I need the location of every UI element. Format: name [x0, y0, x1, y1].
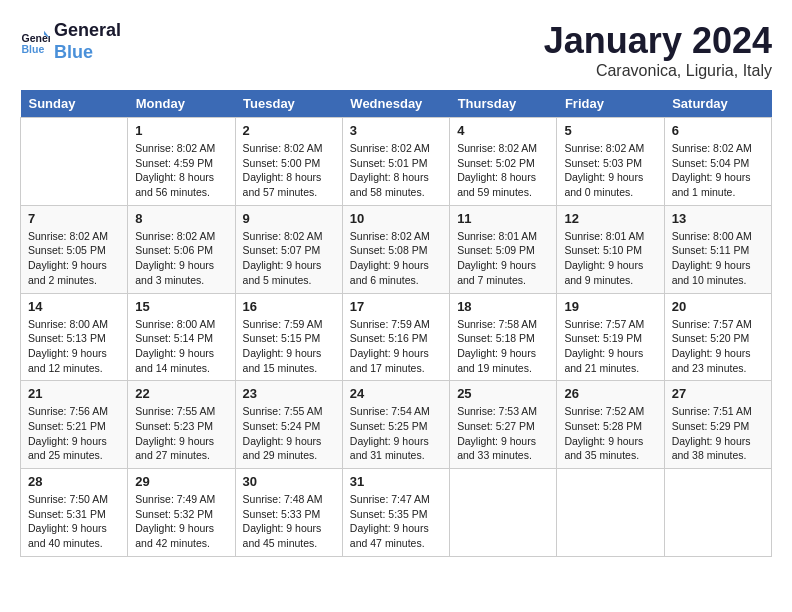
calendar-day-cell: 27Sunrise: 7:51 AM Sunset: 5:29 PM Dayli… [664, 381, 771, 469]
day-number: 20 [672, 299, 764, 314]
day-number: 12 [564, 211, 656, 226]
calendar-day-cell: 5Sunrise: 8:02 AM Sunset: 5:03 PM Daylig… [557, 118, 664, 206]
day-number: 30 [243, 474, 335, 489]
day-number: 10 [350, 211, 442, 226]
day-number: 9 [243, 211, 335, 226]
calendar-day-cell: 22Sunrise: 7:55 AM Sunset: 5:23 PM Dayli… [128, 381, 235, 469]
day-info: Sunrise: 7:48 AM Sunset: 5:33 PM Dayligh… [243, 492, 335, 551]
day-info: Sunrise: 8:02 AM Sunset: 5:06 PM Dayligh… [135, 229, 227, 288]
calendar-day-cell [21, 118, 128, 206]
day-info: Sunrise: 8:02 AM Sunset: 5:00 PM Dayligh… [243, 141, 335, 200]
logo: General Blue General Blue [20, 20, 121, 63]
day-info: Sunrise: 7:58 AM Sunset: 5:18 PM Dayligh… [457, 317, 549, 376]
calendar-day-cell: 26Sunrise: 7:52 AM Sunset: 5:28 PM Dayli… [557, 381, 664, 469]
day-number: 6 [672, 123, 764, 138]
day-number: 18 [457, 299, 549, 314]
calendar-day-cell: 28Sunrise: 7:50 AM Sunset: 5:31 PM Dayli… [21, 469, 128, 557]
calendar-day-cell: 24Sunrise: 7:54 AM Sunset: 5:25 PM Dayli… [342, 381, 449, 469]
day-number: 7 [28, 211, 120, 226]
day-number: 4 [457, 123, 549, 138]
day-info: Sunrise: 8:02 AM Sunset: 5:02 PM Dayligh… [457, 141, 549, 200]
day-number: 8 [135, 211, 227, 226]
calendar-day-cell: 4Sunrise: 8:02 AM Sunset: 5:02 PM Daylig… [450, 118, 557, 206]
calendar-day-cell [450, 469, 557, 557]
month-title: January 2024 [544, 20, 772, 62]
day-number: 21 [28, 386, 120, 401]
calendar-table: SundayMondayTuesdayWednesdayThursdayFrid… [20, 90, 772, 557]
weekday-header-cell: Friday [557, 90, 664, 118]
calendar-day-cell: 1Sunrise: 8:02 AM Sunset: 4:59 PM Daylig… [128, 118, 235, 206]
calendar-week-row: 28Sunrise: 7:50 AM Sunset: 5:31 PM Dayli… [21, 469, 772, 557]
day-number: 5 [564, 123, 656, 138]
calendar-day-cell: 21Sunrise: 7:56 AM Sunset: 5:21 PM Dayli… [21, 381, 128, 469]
calendar-day-cell: 15Sunrise: 8:00 AM Sunset: 5:14 PM Dayli… [128, 293, 235, 381]
day-info: Sunrise: 8:00 AM Sunset: 5:14 PM Dayligh… [135, 317, 227, 376]
day-info: Sunrise: 8:02 AM Sunset: 5:03 PM Dayligh… [564, 141, 656, 200]
logo-icon: General Blue [20, 27, 50, 57]
calendar-day-cell [664, 469, 771, 557]
calendar-day-cell: 23Sunrise: 7:55 AM Sunset: 5:24 PM Dayli… [235, 381, 342, 469]
logo-line1: General [54, 20, 121, 42]
calendar-day-cell: 25Sunrise: 7:53 AM Sunset: 5:27 PM Dayli… [450, 381, 557, 469]
calendar-day-cell: 30Sunrise: 7:48 AM Sunset: 5:33 PM Dayli… [235, 469, 342, 557]
day-number: 2 [243, 123, 335, 138]
weekday-header-cell: Thursday [450, 90, 557, 118]
calendar-day-cell: 11Sunrise: 8:01 AM Sunset: 5:09 PM Dayli… [450, 205, 557, 293]
day-info: Sunrise: 8:02 AM Sunset: 5:01 PM Dayligh… [350, 141, 442, 200]
day-info: Sunrise: 8:01 AM Sunset: 5:09 PM Dayligh… [457, 229, 549, 288]
calendar-day-cell: 17Sunrise: 7:59 AM Sunset: 5:16 PM Dayli… [342, 293, 449, 381]
day-number: 22 [135, 386, 227, 401]
day-number: 16 [243, 299, 335, 314]
day-info: Sunrise: 7:54 AM Sunset: 5:25 PM Dayligh… [350, 404, 442, 463]
day-number: 3 [350, 123, 442, 138]
weekday-header-cell: Wednesday [342, 90, 449, 118]
day-info: Sunrise: 8:02 AM Sunset: 5:05 PM Dayligh… [28, 229, 120, 288]
calendar-day-cell: 2Sunrise: 8:02 AM Sunset: 5:00 PM Daylig… [235, 118, 342, 206]
day-number: 11 [457, 211, 549, 226]
day-number: 24 [350, 386, 442, 401]
location-title: Caravonica, Liguria, Italy [544, 62, 772, 80]
day-info: Sunrise: 7:53 AM Sunset: 5:27 PM Dayligh… [457, 404, 549, 463]
calendar-week-row: 14Sunrise: 8:00 AM Sunset: 5:13 PM Dayli… [21, 293, 772, 381]
weekday-header-cell: Sunday [21, 90, 128, 118]
day-info: Sunrise: 7:47 AM Sunset: 5:35 PM Dayligh… [350, 492, 442, 551]
day-info: Sunrise: 7:57 AM Sunset: 5:19 PM Dayligh… [564, 317, 656, 376]
calendar-week-row: 1Sunrise: 8:02 AM Sunset: 4:59 PM Daylig… [21, 118, 772, 206]
day-info: Sunrise: 7:49 AM Sunset: 5:32 PM Dayligh… [135, 492, 227, 551]
day-info: Sunrise: 7:50 AM Sunset: 5:31 PM Dayligh… [28, 492, 120, 551]
day-info: Sunrise: 7:55 AM Sunset: 5:23 PM Dayligh… [135, 404, 227, 463]
calendar-day-cell: 13Sunrise: 8:00 AM Sunset: 5:11 PM Dayli… [664, 205, 771, 293]
calendar-day-cell: 7Sunrise: 8:02 AM Sunset: 5:05 PM Daylig… [21, 205, 128, 293]
weekday-header: SundayMondayTuesdayWednesdayThursdayFrid… [21, 90, 772, 118]
calendar-day-cell: 31Sunrise: 7:47 AM Sunset: 5:35 PM Dayli… [342, 469, 449, 557]
calendar-day-cell: 20Sunrise: 7:57 AM Sunset: 5:20 PM Dayli… [664, 293, 771, 381]
day-info: Sunrise: 8:01 AM Sunset: 5:10 PM Dayligh… [564, 229, 656, 288]
day-number: 29 [135, 474, 227, 489]
day-info: Sunrise: 7:59 AM Sunset: 5:15 PM Dayligh… [243, 317, 335, 376]
page-header: General Blue General Blue January 2024 C… [20, 20, 772, 80]
day-number: 1 [135, 123, 227, 138]
calendar-week-row: 21Sunrise: 7:56 AM Sunset: 5:21 PM Dayli… [21, 381, 772, 469]
day-number: 19 [564, 299, 656, 314]
calendar-day-cell: 12Sunrise: 8:01 AM Sunset: 5:10 PM Dayli… [557, 205, 664, 293]
day-info: Sunrise: 8:00 AM Sunset: 5:11 PM Dayligh… [672, 229, 764, 288]
svg-text:Blue: Blue [22, 42, 45, 54]
calendar-body: 1Sunrise: 8:02 AM Sunset: 4:59 PM Daylig… [21, 118, 772, 557]
weekday-header-cell: Monday [128, 90, 235, 118]
calendar-day-cell: 16Sunrise: 7:59 AM Sunset: 5:15 PM Dayli… [235, 293, 342, 381]
day-number: 17 [350, 299, 442, 314]
day-info: Sunrise: 7:57 AM Sunset: 5:20 PM Dayligh… [672, 317, 764, 376]
day-number: 27 [672, 386, 764, 401]
day-info: Sunrise: 8:00 AM Sunset: 5:13 PM Dayligh… [28, 317, 120, 376]
day-info: Sunrise: 8:02 AM Sunset: 5:08 PM Dayligh… [350, 229, 442, 288]
logo-line2: Blue [54, 42, 121, 64]
day-number: 14 [28, 299, 120, 314]
weekday-header-cell: Saturday [664, 90, 771, 118]
day-number: 23 [243, 386, 335, 401]
day-number: 15 [135, 299, 227, 314]
calendar-day-cell: 9Sunrise: 8:02 AM Sunset: 5:07 PM Daylig… [235, 205, 342, 293]
calendar-day-cell: 19Sunrise: 7:57 AM Sunset: 5:19 PM Dayli… [557, 293, 664, 381]
day-info: Sunrise: 7:55 AM Sunset: 5:24 PM Dayligh… [243, 404, 335, 463]
weekday-header-cell: Tuesday [235, 90, 342, 118]
day-info: Sunrise: 8:02 AM Sunset: 5:04 PM Dayligh… [672, 141, 764, 200]
